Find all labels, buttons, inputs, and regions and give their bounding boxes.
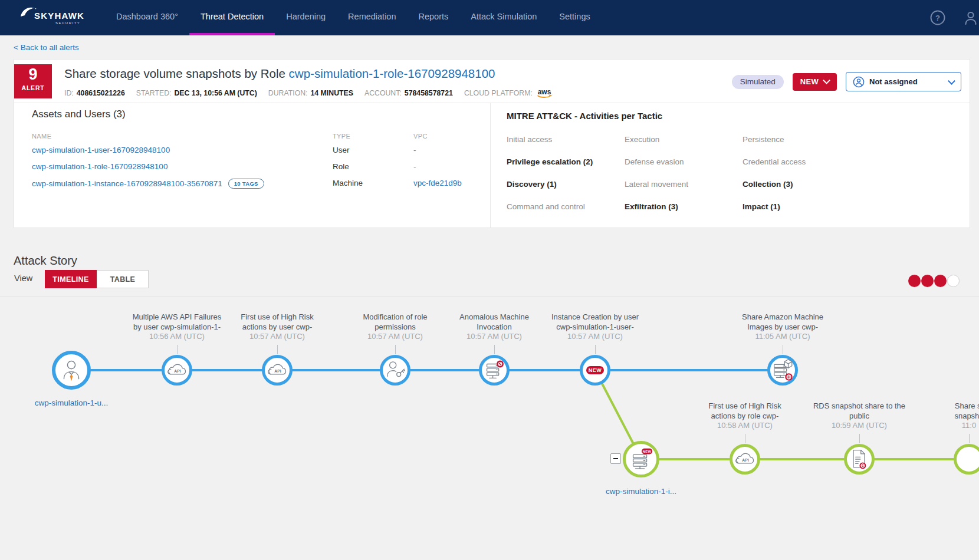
timeline-node-cloud-api[interactable]: API <box>730 444 760 475</box>
user-icon <box>58 357 85 384</box>
meta-value: DEC 13, 10:56 AM (UTC) <box>174 89 257 97</box>
status-new-label: NEW <box>800 77 819 86</box>
tab-table[interactable]: TABLE <box>97 270 149 288</box>
mitre-tactic-initial-access: Initial access <box>507 135 625 157</box>
timeline-node-new-badge[interactable]: NEW <box>580 355 610 386</box>
label-connector-line <box>859 434 860 443</box>
nav-item-threat-detection[interactable]: Threat Detection <box>189 0 275 35</box>
event-time: 10:58 AM (UTC) <box>680 421 810 431</box>
alert-title: Share storage volume snapshots by Role c… <box>64 67 495 81</box>
asset-name-link[interactable]: cwp-simulation-1-user-1670928948100 <box>32 146 170 154</box>
event-time: 10:57 AM (UTC) <box>530 332 660 342</box>
role-key-icon <box>383 358 408 383</box>
meta-label: STARTED: <box>136 89 172 97</box>
meta-label: DURATION: <box>268 89 308 97</box>
user-account-icon[interactable] <box>963 10 978 25</box>
back-to-alerts-link[interactable]: < Back to all alerts <box>14 43 79 52</box>
timeline-node-cloud-api[interactable]: API <box>162 355 192 386</box>
chevron-down-icon <box>948 77 955 85</box>
meta-label: ID: <box>64 89 74 97</box>
asset-vpc-link[interactable]: vpc-fde21d9b <box>413 179 462 187</box>
event-label-line: First use of High Risk <box>212 312 342 322</box>
cloud-api-icon: API <box>733 450 757 468</box>
label-connector-line <box>969 434 970 443</box>
cloud-api-icon: API <box>165 361 189 379</box>
severity-label: ALERT <box>14 84 52 91</box>
timeline-asset-link[interactable]: cwp-simulation-1-u... <box>6 398 136 407</box>
new-badge-icon: NEW <box>582 357 608 383</box>
severity-dot <box>921 275 934 287</box>
timeline-node-server-alert[interactable] <box>479 355 510 386</box>
asset-row: cwp-simulation-1-user-1670928948100 <box>32 146 170 154</box>
asset-type: User <box>333 146 350 154</box>
meta-item: CLOUD PLATFORM: aws <box>464 87 553 99</box>
chevron-down-icon <box>823 77 830 84</box>
nav-item-hardening[interactable]: Hardening <box>275 0 337 35</box>
mitre-tactic-impact-1-: Impact (1) <box>743 202 860 225</box>
timeline-node-doc-globe[interactable] <box>844 444 875 475</box>
skyhawk-logo[interactable]: SKYHAWK SECURITY <box>21 5 86 30</box>
assignee-label: Not assigned <box>869 77 944 86</box>
timeline-node-role-key[interactable] <box>380 355 410 386</box>
nav-item-remediation[interactable]: Remediation <box>337 0 407 35</box>
event-label-line: cwp-simulation-1-user- <box>530 322 660 332</box>
asset-name-link[interactable]: cwp-simulation-1-role-1670928948100 <box>32 162 167 171</box>
minus-icon <box>613 458 618 459</box>
divider <box>14 103 970 103</box>
timeline-asset-link[interactable]: cwp-simulation-1-i... <box>576 487 706 496</box>
meta-value: 14 MINUTES <box>311 89 353 97</box>
asset-vpc: - <box>413 162 416 171</box>
meta-label: CLOUD PLATFORM: <box>464 89 533 97</box>
timeline-node-empty[interactable] <box>954 444 979 475</box>
alert-card: 9 ALERT Share storage volume snapshots b… <box>14 59 970 228</box>
label-connector-line <box>277 345 278 354</box>
event-label-line: Instance Creation by user <box>530 312 660 322</box>
assignee-dropdown[interactable]: Not assigned <box>846 72 961 91</box>
tab-timeline[interactable]: TIMELINE <box>45 270 97 288</box>
nav-item-reports[interactable]: Reports <box>408 0 460 35</box>
top-nav: SKYHAWK SECURITY Dashboard 360°Threat De… <box>0 0 979 35</box>
simulated-badge: Simulated <box>732 75 784 89</box>
event-time: 11:0 <box>904 421 979 431</box>
event-label-line: First use of High Risk <box>680 401 810 411</box>
mitre-tactic-lateral-movement: Lateral movement <box>625 180 743 202</box>
timeline-event-label: Share stsnapsho11:0 <box>904 401 979 431</box>
mitre-tactic-exfiltration-3-: Exfiltration (3) <box>625 202 743 225</box>
asset-row: cwp-simulation-1-instance-1670928948100-… <box>32 179 264 189</box>
timeline-node-cloud-api[interactable]: API <box>262 355 293 386</box>
svg-text:?: ? <box>935 14 940 22</box>
event-time: 11:05 AM (UTC) <box>718 332 847 342</box>
mitre-heading: MITRE ATT&CK - Activities per Tactic <box>507 111 662 121</box>
nav-item-attack-simulation[interactable]: Attack Simulation <box>459 0 548 35</box>
svg-text:NEW: NEW <box>589 367 602 373</box>
meta-value: 578458578721 <box>405 89 453 97</box>
event-label-line: Share Amazon Machine <box>718 312 847 322</box>
event-label-line: Share st <box>904 401 979 411</box>
asset-name-link[interactable]: cwp-simulation-1-instance-1670928948100-… <box>32 179 222 188</box>
help-icon[interactable]: ? <box>930 10 945 25</box>
view-toggle: TIMELINE TABLE <box>45 270 149 288</box>
alert-title-role-link[interactable]: cwp-simulation-1-role-1670928948100 <box>289 67 495 80</box>
timeline-node-user[interactable] <box>52 351 91 390</box>
event-label-line: actions by user cwp- <box>212 322 342 332</box>
cloud-api-icon: API <box>265 361 289 379</box>
attack-story-heading: Attack Story <box>14 254 77 268</box>
server-new-icon: NEW <box>628 446 655 473</box>
severity-dot <box>947 275 960 287</box>
asset-row: cwp-simulation-1-role-1670928948100 <box>32 162 167 171</box>
event-label-line: Images by user cwp- <box>718 322 847 332</box>
tags-badge[interactable]: 10 TAGS <box>228 179 264 189</box>
event-label-line: snapsho <box>904 411 979 421</box>
timeline-node-server-globe[interactable] <box>767 355 798 386</box>
mitre-tactic-collection-3-: Collection (3) <box>743 180 860 202</box>
nav-item-dashboard-360-[interactable]: Dashboard 360° <box>105 0 189 35</box>
svg-text:NEW: NEW <box>643 450 652 453</box>
status-new-button[interactable]: NEW <box>793 73 837 91</box>
collapse-branch-button[interactable] <box>610 453 621 464</box>
svg-text:API: API <box>174 369 180 373</box>
meta-item: STARTED:DEC 13, 10:56 AM (UTC) <box>136 89 257 97</box>
label-connector-line <box>494 345 495 354</box>
timeline-node-server-new[interactable]: NEW <box>623 441 659 477</box>
mitre-tactic-defense-evasion: Defense evasion <box>625 157 743 180</box>
nav-item-settings[interactable]: Settings <box>548 0 601 35</box>
